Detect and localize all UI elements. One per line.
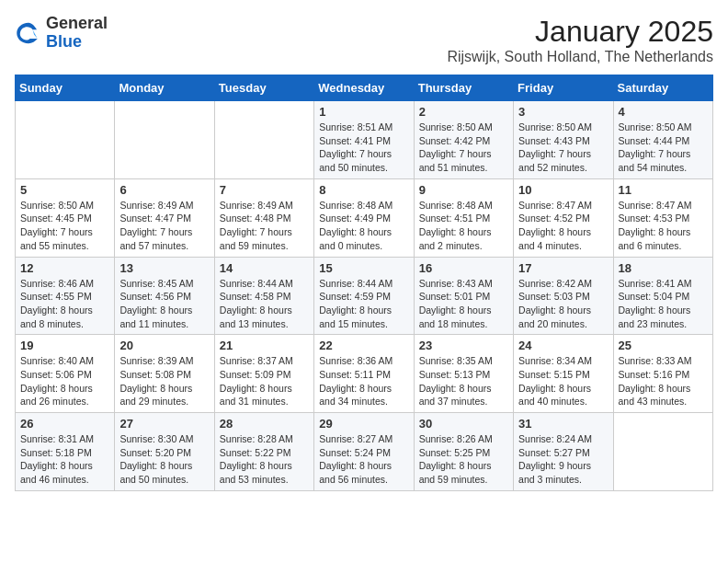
cell-content-4-3: Sunrise: 8:27 AM Sunset: 5:24 PM Dayligh… — [319, 432, 408, 487]
cell-4-5: 31Sunrise: 8:24 AM Sunset: 5:27 PM Dayli… — [514, 413, 613, 491]
cell-content-1-3: Sunrise: 8:48 AM Sunset: 4:49 PM Dayligh… — [319, 199, 408, 253]
cell-1-0: 5Sunrise: 8:50 AM Sunset: 4:45 PM Daylig… — [16, 178, 115, 257]
day-number-4: 4 — [619, 105, 708, 119]
cell-0-4: 2Sunrise: 8:50 AM Sunset: 4:42 PM Daylig… — [414, 101, 513, 179]
cell-content-0-4: Sunrise: 8:50 AM Sunset: 4:42 PM Dayligh… — [419, 121, 508, 175]
cell-3-5: 24Sunrise: 8:34 AM Sunset: 5:15 PM Dayli… — [514, 335, 613, 413]
logo-blue: Blue — [46, 33, 108, 52]
logo-text: General Blue — [46, 15, 108, 52]
cell-content-0-5: Sunrise: 8:50 AM Sunset: 4:43 PM Dayligh… — [518, 121, 608, 175]
cell-content-2-5: Sunrise: 8:42 AM Sunset: 5:03 PM Dayligh… — [518, 277, 608, 331]
day-number-15: 15 — [319, 261, 408, 275]
calendar-title: January 2025 — [447, 15, 713, 49]
cell-content-1-5: Sunrise: 8:47 AM Sunset: 4:52 PM Dayligh… — [518, 199, 608, 253]
cell-1-1: 6Sunrise: 8:49 AM Sunset: 4:47 PM Daylig… — [115, 178, 214, 257]
cell-1-3: 8Sunrise: 8:48 AM Sunset: 4:49 PM Daylig… — [314, 178, 414, 257]
calendar-table: Sunday Monday Tuesday Wednesday Thursday… — [15, 75, 713, 491]
day-number-8: 8 — [319, 183, 408, 197]
cell-3-1: 20Sunrise: 8:39 AM Sunset: 5:08 PM Dayli… — [115, 335, 214, 413]
day-number-27: 27 — [119, 417, 209, 431]
cell-0-2 — [214, 101, 313, 179]
calendar-subtitle: Rijswijk, South Holland, The Netherlands — [447, 49, 713, 65]
cell-content-2-2: Sunrise: 8:44 AM Sunset: 4:58 PM Dayligh… — [220, 277, 309, 331]
header-sunday: Sunday — [16, 75, 115, 101]
day-number-22: 22 — [319, 339, 408, 352]
cell-content-4-2: Sunrise: 8:28 AM Sunset: 5:22 PM Dayligh… — [220, 432, 309, 487]
day-number-20: 20 — [119, 339, 209, 352]
cell-content-4-4: Sunrise: 8:26 AM Sunset: 5:25 PM Dayligh… — [419, 432, 508, 487]
cell-content-0-6: Sunrise: 8:50 AM Sunset: 4:44 PM Dayligh… — [619, 121, 708, 175]
cell-3-3: 22Sunrise: 8:36 AM Sunset: 5:11 PM Dayli… — [314, 335, 414, 413]
cell-content-2-3: Sunrise: 8:44 AM Sunset: 4:59 PM Dayligh… — [319, 277, 408, 331]
cell-content-3-4: Sunrise: 8:35 AM Sunset: 5:13 PM Dayligh… — [419, 354, 508, 408]
cell-4-2: 28Sunrise: 8:28 AM Sunset: 5:22 PM Dayli… — [214, 413, 313, 491]
cell-content-3-6: Sunrise: 8:33 AM Sunset: 5:16 PM Dayligh… — [619, 354, 708, 408]
cell-1-4: 9Sunrise: 8:48 AM Sunset: 4:51 PM Daylig… — [414, 178, 513, 257]
cell-content-3-5: Sunrise: 8:34 AM Sunset: 5:15 PM Dayligh… — [518, 354, 608, 408]
day-number-24: 24 — [518, 339, 608, 352]
cell-1-6: 11Sunrise: 8:47 AM Sunset: 4:53 PM Dayli… — [613, 178, 712, 257]
day-number-17: 17 — [518, 261, 608, 275]
day-number-23: 23 — [419, 339, 508, 352]
cell-content-4-1: Sunrise: 8:30 AM Sunset: 5:20 PM Dayligh… — [119, 432, 209, 487]
day-number-16: 16 — [419, 261, 508, 275]
cell-3-2: 21Sunrise: 8:37 AM Sunset: 5:09 PM Dayli… — [214, 335, 313, 413]
cell-2-5: 17Sunrise: 8:42 AM Sunset: 5:03 PM Dayli… — [514, 257, 613, 335]
cell-0-0 — [16, 101, 115, 179]
cell-content-1-0: Sunrise: 8:50 AM Sunset: 4:45 PM Dayligh… — [20, 199, 109, 253]
day-number-29: 29 — [319, 417, 408, 431]
days-of-week-row: Sunday Monday Tuesday Wednesday Thursday… — [16, 75, 713, 101]
day-number-6: 6 — [119, 183, 209, 197]
cell-4-0: 26Sunrise: 8:31 AM Sunset: 5:18 PM Dayli… — [16, 413, 115, 491]
cell-content-3-0: Sunrise: 8:40 AM Sunset: 5:06 PM Dayligh… — [20, 354, 109, 408]
logo: General Blue — [15, 15, 108, 52]
day-number-10: 10 — [518, 183, 608, 197]
cell-content-1-1: Sunrise: 8:49 AM Sunset: 4:47 PM Dayligh… — [119, 199, 209, 253]
cell-2-1: 13Sunrise: 8:45 AM Sunset: 4:56 PM Dayli… — [115, 257, 214, 335]
cell-3-4: 23Sunrise: 8:35 AM Sunset: 5:13 PM Dayli… — [414, 335, 513, 413]
day-number-18: 18 — [619, 261, 708, 275]
day-number-14: 14 — [220, 261, 309, 275]
cell-content-2-1: Sunrise: 8:45 AM Sunset: 4:56 PM Dayligh… — [119, 277, 209, 331]
header-saturday: Saturday — [613, 75, 712, 101]
day-number-3: 3 — [518, 105, 608, 119]
day-number-30: 30 — [419, 417, 508, 431]
calendar-body: 1Sunrise: 8:51 AM Sunset: 4:41 PM Daylig… — [16, 101, 713, 491]
cell-1-2: 7Sunrise: 8:49 AM Sunset: 4:48 PM Daylig… — [214, 178, 313, 257]
week-row-2: 12Sunrise: 8:46 AM Sunset: 4:55 PM Dayli… — [16, 257, 713, 335]
day-number-28: 28 — [220, 417, 309, 431]
day-number-31: 31 — [518, 417, 608, 431]
header-thursday: Thursday — [414, 75, 513, 101]
cell-4-1: 27Sunrise: 8:30 AM Sunset: 5:20 PM Dayli… — [115, 413, 214, 491]
calendar-header: Sunday Monday Tuesday Wednesday Thursday… — [16, 75, 713, 101]
day-number-13: 13 — [119, 261, 209, 275]
cell-4-4: 30Sunrise: 8:26 AM Sunset: 5:25 PM Dayli… — [414, 413, 513, 491]
day-number-2: 2 — [419, 105, 508, 119]
cell-content-1-6: Sunrise: 8:47 AM Sunset: 4:53 PM Dayligh… — [619, 199, 708, 253]
logo-general: General — [46, 15, 108, 33]
cell-1-5: 10Sunrise: 8:47 AM Sunset: 4:52 PM Dayli… — [514, 178, 613, 257]
cell-content-3-3: Sunrise: 8:36 AM Sunset: 5:11 PM Dayligh… — [319, 354, 408, 408]
cell-content-4-5: Sunrise: 8:24 AM Sunset: 5:27 PM Dayligh… — [518, 432, 608, 487]
day-number-25: 25 — [619, 339, 708, 352]
week-row-1: 5Sunrise: 8:50 AM Sunset: 4:45 PM Daylig… — [16, 178, 713, 257]
cell-0-3: 1Sunrise: 8:51 AM Sunset: 4:41 PM Daylig… — [314, 101, 414, 179]
cell-3-0: 19Sunrise: 8:40 AM Sunset: 5:06 PM Dayli… — [16, 335, 115, 413]
cell-2-3: 15Sunrise: 8:44 AM Sunset: 4:59 PM Dayli… — [314, 257, 414, 335]
day-number-19: 19 — [20, 339, 109, 352]
cell-2-6: 18Sunrise: 8:41 AM Sunset: 5:04 PM Dayli… — [613, 257, 712, 335]
cell-content-1-2: Sunrise: 8:49 AM Sunset: 4:48 PM Dayligh… — [220, 199, 309, 253]
cell-2-4: 16Sunrise: 8:43 AM Sunset: 5:01 PM Dayli… — [414, 257, 513, 335]
cell-0-5: 3Sunrise: 8:50 AM Sunset: 4:43 PM Daylig… — [514, 101, 613, 179]
cell-content-2-4: Sunrise: 8:43 AM Sunset: 5:01 PM Dayligh… — [419, 277, 508, 331]
cell-3-6: 25Sunrise: 8:33 AM Sunset: 5:16 PM Dayli… — [613, 335, 712, 413]
cell-content-3-2: Sunrise: 8:37 AM Sunset: 5:09 PM Dayligh… — [220, 354, 309, 408]
day-number-1: 1 — [319, 105, 408, 119]
logo-icon — [15, 19, 42, 47]
day-number-11: 11 — [619, 183, 708, 197]
cell-2-0: 12Sunrise: 8:46 AM Sunset: 4:55 PM Dayli… — [16, 257, 115, 335]
cell-4-6 — [613, 413, 712, 491]
cell-2-2: 14Sunrise: 8:44 AM Sunset: 4:58 PM Dayli… — [214, 257, 313, 335]
cell-content-4-0: Sunrise: 8:31 AM Sunset: 5:18 PM Dayligh… — [20, 432, 109, 487]
day-number-26: 26 — [20, 417, 109, 431]
